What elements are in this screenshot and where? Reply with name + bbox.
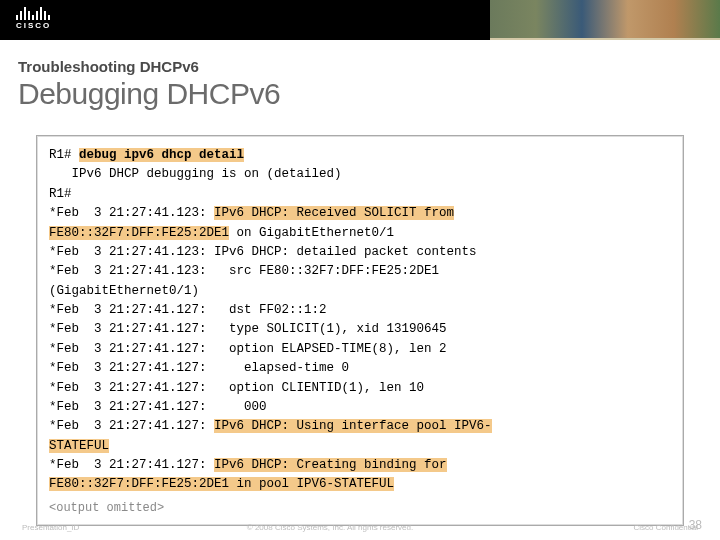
- term-line: *Feb 3 21:27:41.127: option ELAPSED-TIME…: [49, 340, 671, 359]
- term-line: *Feb 3 21:27:41.127: type SOLICIT(1), xi…: [49, 320, 671, 339]
- term-ts: *Feb 3 21:27:41.123:: [49, 206, 214, 220]
- term-line: FE80::32F7:DFF:FE25:2DE1 in pool IPV6-ST…: [49, 475, 671, 494]
- term-text: on GigabitEthernet0/1: [229, 226, 394, 240]
- term-ts: *Feb 3 21:27:41.127:: [49, 419, 214, 433]
- term-highlight: IPv6 DHCP: Creating binding for: [214, 458, 447, 472]
- term-line: IPv6 DHCP debugging is on (detailed): [49, 165, 671, 184]
- cisco-logo-bars-icon: [16, 6, 50, 20]
- term-line: *Feb 3 21:27:41.123: IPv6 DHCP: detailed…: [49, 243, 671, 262]
- term-line: *Feb 3 21:27:41.123: IPv6 DHCP: Received…: [49, 204, 671, 223]
- output-omitted-label: <output omitted>: [49, 495, 671, 518]
- slide-title: Debugging DHCPv6: [18, 77, 702, 111]
- page-number: 38: [689, 518, 702, 532]
- slide-subtitle: Troubleshooting DHCPv6: [18, 58, 702, 75]
- term-ts: *Feb 3 21:27:41.127:: [49, 458, 214, 472]
- term-line: *Feb 3 21:27:41.127: option CLIENTID(1),…: [49, 379, 671, 398]
- term-highlight: IPv6 DHCP: Using interface pool IPV6-: [214, 419, 492, 433]
- term-line: *Feb 3 21:27:41.127: IPv6 DHCP: Using in…: [49, 417, 671, 436]
- term-highlight: IPv6 DHCP: Received SOLICIT from: [214, 206, 454, 220]
- term-line: R1#: [49, 185, 671, 204]
- top-header-bar: CISCO: [0, 0, 720, 40]
- confidential-label: Cisco Confidential: [518, 523, 698, 532]
- term-line: *Feb 3 21:27:41.127: IPv6 DHCP: Creating…: [49, 456, 671, 475]
- term-line: (GigabitEthernet0/1): [49, 282, 671, 301]
- term-line: *Feb 3 21:27:41.127: dst FF02::1:2: [49, 301, 671, 320]
- term-prompt: R1#: [49, 148, 79, 162]
- header-decorative-image: [490, 0, 720, 40]
- term-line: FE80::32F7:DFF:FE25:2DE1 on GigabitEther…: [49, 224, 671, 243]
- terminal-output: R1# debug ipv6 dhcp detail IPv6 DHCP deb…: [36, 135, 684, 526]
- term-line: STATEFUL: [49, 437, 671, 456]
- term-highlight: FE80::32F7:DFF:FE25:2DE1 in pool IPV6-ST…: [49, 477, 394, 491]
- presentation-id: Presentation_ID: [22, 523, 142, 532]
- term-command: debug ipv6 dhcp detail: [79, 148, 244, 162]
- term-line: *Feb 3 21:27:41.123: src FE80::32F7:DFF:…: [49, 262, 671, 281]
- term-line: *Feb 3 21:27:41.127: 000: [49, 398, 671, 417]
- cisco-logo-text: CISCO: [16, 21, 51, 30]
- cisco-logo: CISCO: [16, 6, 51, 30]
- title-block: Troubleshooting DHCPv6 Debugging DHCPv6: [0, 40, 720, 119]
- term-highlight: FE80::32F7:DFF:FE25:2DE1: [49, 226, 229, 240]
- slide-footer: Presentation_ID © 2008 Cisco Systems, In…: [0, 523, 720, 532]
- copyright-text: © 2008 Cisco Systems, Inc. All rights re…: [142, 523, 518, 532]
- term-line: *Feb 3 21:27:41.127: elapsed-time 0: [49, 359, 671, 378]
- term-highlight: STATEFUL: [49, 439, 109, 453]
- term-line: R1# debug ipv6 dhcp detail: [49, 146, 671, 165]
